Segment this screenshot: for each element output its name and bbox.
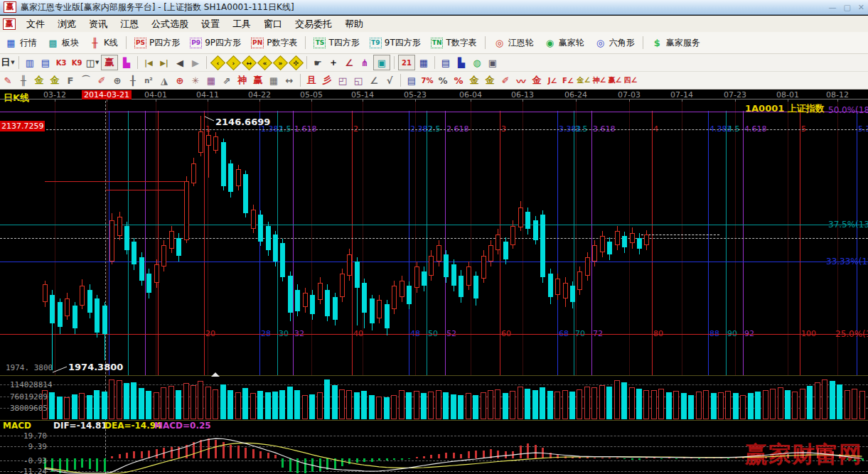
web-grid-button[interactable]: ▦ <box>203 73 219 87</box>
n-square-button[interactable]: n² <box>141 73 156 87</box>
period-day-button[interactable]: 日▼ <box>0 55 16 70</box>
period-day-dropdown-icon[interactable]: ▼ <box>11 60 14 65</box>
gold-level-button[interactable]: 金 <box>482 73 498 87</box>
shen-tool-button[interactable]: 神 <box>235 73 250 87</box>
market-quotes-button[interactable]: ▦行情 <box>0 34 42 51</box>
box-net-button[interactable]: ◱ <box>350 73 366 87</box>
data-table-button[interactable]: ▤ <box>438 55 454 70</box>
winner-service-button[interactable]: $赢家服务 <box>646 34 705 51</box>
gold-grid-1-button[interactable]: 金 <box>31 73 47 87</box>
ink-brush-button[interactable]: ✐ <box>498 73 513 87</box>
angle-j-button[interactable]: J∠ <box>545 73 560 87</box>
info-note-button[interactable]: ▤ <box>38 55 53 70</box>
gold-line-red-button[interactable]: 金 <box>529 73 545 87</box>
percent-7-button[interactable]: 7% <box>419 73 435 87</box>
grid-lines-button[interactable]: ╫ <box>16 73 31 87</box>
save-button[interactable]: ▙ <box>454 55 469 70</box>
menu-view[interactable]: 浏览 <box>51 16 82 32</box>
p-number-table-button[interactable]: PNP数字表 <box>246 34 302 51</box>
expand-horizontal-button[interactable]: ↔ <box>241 55 257 70</box>
gann-frame-button[interactable]: 赢 <box>101 55 118 70</box>
fit-all-button[interactable]: ✣ <box>288 55 304 70</box>
check-lines-button[interactable]: √ <box>382 73 397 87</box>
t-number-table-button[interactable]: TNT数字表 <box>426 34 482 51</box>
hexagon-button[interactable]: ◎六角形 <box>589 34 640 51</box>
kline-button[interactable]: ╫K线 <box>84 34 123 51</box>
9p-square-button[interactable]: P99P四方形 <box>185 34 246 51</box>
gann-wheel-button[interactable]: ◎江恩轮 <box>488 34 539 51</box>
compress-right-button[interactable]: » <box>272 55 288 70</box>
next-bar-button[interactable]: ▶ <box>188 55 203 70</box>
close-button-icon[interactable]: ✕ <box>858 3 864 12</box>
menu-help[interactable]: 帮助 <box>338 16 370 32</box>
menu-trade[interactable]: 交易委托 <box>289 16 338 32</box>
t-square-button[interactable]: TST四方形 <box>309 34 364 51</box>
arc-tool-button[interactable]: ⌒ <box>78 73 94 87</box>
chart-screen-button[interactable]: ▥ <box>22 55 38 70</box>
9t-square-button[interactable]: T99T四方形 <box>365 34 426 51</box>
gann-box-button[interactable]: ▣ <box>373 55 390 70</box>
calculator-button[interactable]: ▦ <box>416 55 432 70</box>
angle-si-button[interactable]: 四∠ <box>623 73 638 87</box>
ying-tool-button[interactable]: 赢 <box>250 73 266 87</box>
percent-line-button[interactable]: % <box>451 73 466 87</box>
target-circle-button[interactable]: ⊕ <box>172 73 188 87</box>
kline-mark-button[interactable]: ⇗ <box>219 73 235 87</box>
menu-formula-pick[interactable]: 公式选股 <box>145 16 195 32</box>
title-bar[interactable]: 赢 赢家江恩专业版[赢家内部服务平台] - [上证指数 SH1A0001-111… <box>0 0 868 15</box>
mini-kline-3-button[interactable]: K3 <box>53 55 69 70</box>
percent-button[interactable]: % <box>435 73 451 87</box>
winner-wheel-button[interactable]: ◉赢家轮 <box>539 34 589 51</box>
menu-settings[interactable]: 设置 <box>195 16 226 32</box>
print-button[interactable]: ▣ <box>485 55 500 70</box>
maximize-button-icon[interactable]: ▢ <box>843 3 850 12</box>
number-grid-button[interactable]: ▦ <box>266 73 282 87</box>
ruler-grid-button[interactable]: ╂ <box>125 73 141 87</box>
menu-window[interactable]: 窗口 <box>257 16 289 32</box>
p-square-button[interactable]: PSP四方形 <box>129 34 185 51</box>
menu-tools[interactable]: 工具 <box>226 16 257 32</box>
star-burst-button[interactable]: ✳ <box>188 73 203 87</box>
prev-bar-button[interactable]: ◀ <box>172 55 188 70</box>
compress-left-button[interactable]: « <box>257 55 272 70</box>
angle-shen-button[interactable]: 神∠ <box>591 73 607 87</box>
pencil-button[interactable]: ✎ <box>0 73 16 87</box>
angle-gold-button[interactable]: 金∠ <box>576 73 591 87</box>
candle-style-dropdown-icon[interactable]: ▼ <box>95 60 99 65</box>
menu-file[interactable]: 文件 <box>20 16 51 32</box>
gold-grid-2-button[interactable]: 金 <box>47 73 63 87</box>
angle-ying-button[interactable]: 赢∠ <box>607 73 623 87</box>
web-update-button[interactable]: ◍ <box>469 55 485 70</box>
box-fan-button[interactable]: ◰ <box>335 73 350 87</box>
drag-hand-button[interactable]: ☛ <box>310 55 326 70</box>
fib-retrace-button[interactable]: F <box>63 73 78 87</box>
angle-measure-button[interactable]: ∠ <box>341 55 357 70</box>
chart-area[interactable]: 1201.382281.5301.618322402.382482.5502.6… <box>0 90 868 474</box>
first-bar-button[interactable]: |◀ <box>141 55 156 70</box>
mini-kline-9-button[interactable]: K9 <box>69 55 85 70</box>
width-measure-button[interactable]: ↔ <box>282 73 297 87</box>
grid-lines-icon: ╫ <box>21 75 26 86</box>
gann-compass-button[interactable]: ⊕ <box>109 73 125 87</box>
ray-fan-button[interactable]: 彡 <box>319 73 335 87</box>
menu-gann[interactable]: 江恩 <box>114 16 145 32</box>
shift-left-button[interactable]: ‹ <box>210 55 225 70</box>
shift-right-button[interactable]: › <box>225 55 241 70</box>
angle-f-button[interactable]: F∠ <box>560 73 576 87</box>
gold-circle-button[interactable]: 金 <box>466 73 482 87</box>
wave-measure-button[interactable]: ⋔ <box>357 55 373 70</box>
color-volume-button[interactable]: ▙ <box>119 55 134 70</box>
menu-info[interactable]: 资讯 <box>82 16 114 32</box>
angle-set-button[interactable]: ∠ <box>366 73 382 87</box>
ratio-table-button[interactable]: ▤ <box>404 73 419 87</box>
last-bar-button[interactable]: ▶| <box>156 55 172 70</box>
wave-a-button[interactable]: 〰 <box>513 73 529 87</box>
minimize-button-icon[interactable]: — <box>828 3 836 12</box>
brush-tool-button[interactable]: ✐ <box>94 73 109 87</box>
calendar-button[interactable]: 21 <box>398 55 415 70</box>
mirror-angle-button[interactable]: ◮ <box>156 73 172 87</box>
frame-box-button[interactable]: 且 <box>304 73 319 87</box>
crosshair-tool-button[interactable]: ＋ <box>326 55 341 70</box>
candle-style-button[interactable]: ◫▼ <box>85 55 100 70</box>
sector-board-button[interactable]: ▩板块 <box>42 34 84 51</box>
